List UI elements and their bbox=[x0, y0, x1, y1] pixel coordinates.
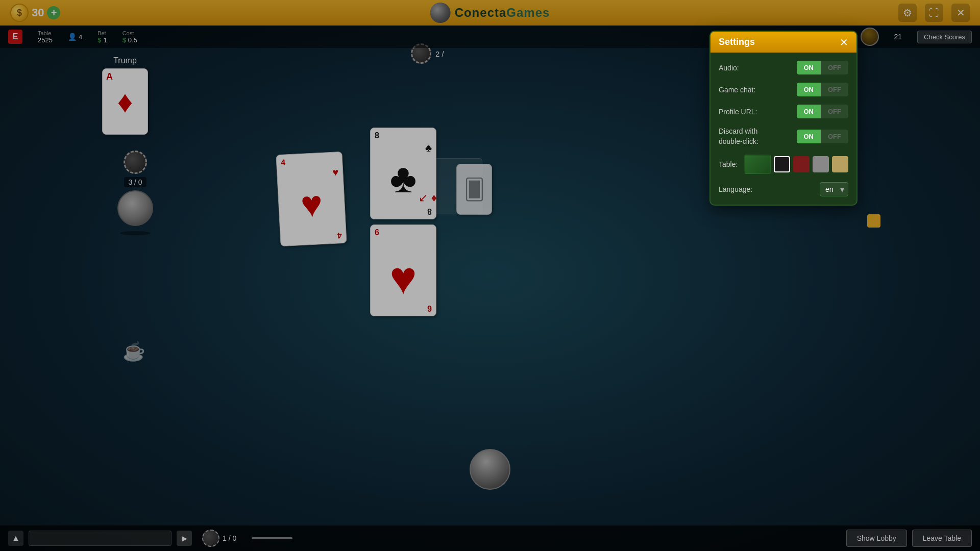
table-color-black[interactable] bbox=[774, 156, 790, 172]
table-thumb-default[interactable] bbox=[744, 155, 771, 174]
modal-body: Audio: ON OFF Game chat: ON OFF Profile … bbox=[710, 53, 856, 205]
game-chat-label: Game chat: bbox=[719, 86, 755, 94]
table-color-gray[interactable] bbox=[813, 156, 829, 172]
audio-toggle: ON OFF bbox=[797, 61, 849, 74]
language-select[interactable]: en es pt fr de bbox=[820, 182, 848, 196]
settings-modal: Settings ✕ Audio: ON OFF Game chat: ON O… bbox=[709, 31, 857, 206]
language-label: Language: bbox=[719, 185, 752, 193]
modal-title: Settings bbox=[719, 37, 755, 47]
language-setting-row: Language: en es pt fr de bbox=[719, 182, 848, 196]
profile-url-label: Profile URL: bbox=[719, 108, 757, 116]
table-setting-row: Table: bbox=[719, 155, 848, 174]
discard-label: Discard with double-click: bbox=[719, 127, 758, 146]
profile-url-setting-row: Profile URL: ON OFF bbox=[719, 105, 848, 118]
table-color-label: Table: bbox=[719, 160, 738, 168]
discard-toggle: ON OFF bbox=[797, 130, 849, 143]
profile-url-toggle: ON OFF bbox=[797, 105, 849, 118]
language-select-wrapper: en es pt fr de bbox=[820, 182, 848, 196]
profile-url-off-button[interactable]: OFF bbox=[821, 105, 848, 118]
modal-header: Settings ✕ bbox=[710, 32, 856, 53]
audio-on-button[interactable]: ON bbox=[797, 61, 821, 74]
table-color-red[interactable] bbox=[793, 156, 810, 172]
discard-on-button[interactable]: ON bbox=[797, 130, 821, 143]
discard-off-button[interactable]: OFF bbox=[821, 130, 848, 143]
game-chat-on-button[interactable]: ON bbox=[797, 83, 821, 96]
table-color-tan[interactable] bbox=[832, 156, 848, 172]
profile-url-on-button[interactable]: ON bbox=[797, 105, 821, 118]
modal-close-button[interactable]: ✕ bbox=[840, 37, 848, 47]
game-chat-toggle: ON OFF bbox=[797, 83, 849, 96]
game-chat-setting-row: Game chat: ON OFF bbox=[719, 83, 848, 96]
audio-off-button[interactable]: OFF bbox=[821, 61, 848, 74]
table-color-options bbox=[744, 155, 848, 174]
modal-overlay: Settings ✕ Audio: ON OFF Game chat: ON O… bbox=[0, 0, 980, 551]
audio-setting-row: Audio: ON OFF bbox=[719, 61, 848, 74]
audio-label: Audio: bbox=[719, 64, 739, 72]
game-chat-off-button[interactable]: OFF bbox=[821, 83, 848, 96]
discard-setting-row: Discard with double-click: ON OFF bbox=[719, 127, 848, 146]
